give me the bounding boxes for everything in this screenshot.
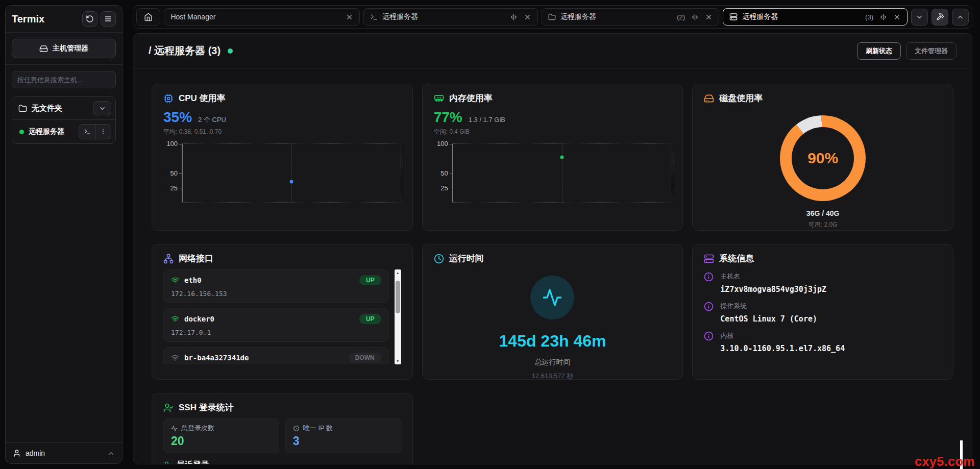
interface-name: eth0	[184, 276, 202, 284]
user-menu[interactable]: admin	[6, 442, 122, 463]
scroll-tabs-right-button[interactable]	[952, 9, 969, 26]
chevron-up-icon	[107, 450, 115, 457]
panel-header: / 远程服务器 (3) 刷新状态 文件管理器	[133, 34, 972, 68]
refresh-status-button[interactable]: 刷新状态	[857, 42, 901, 60]
info-icon	[704, 272, 714, 294]
terminal-icon	[370, 13, 378, 21]
ssh-card-title: SSH 登录统计	[179, 402, 234, 413]
disk-usage-donut: 90%	[780, 115, 866, 201]
tab-bar: Host Manager 远程服务器 远程服务器 (2) 远程服务器 (3)	[133, 5, 972, 29]
tab-label: 远程服务器	[742, 12, 778, 21]
scroll-up-arrow[interactable]: ▲	[395, 271, 401, 275]
cpu-load-average: 平均: 0.38, 0.51, 0.70	[163, 128, 401, 136]
host-manager-button[interactable]: 主机管理器	[12, 39, 116, 58]
hamburger-icon	[104, 15, 112, 23]
split-icon[interactable]	[510, 13, 518, 21]
wifi-icon	[171, 354, 179, 362]
scroll-down-arrow[interactable]: ▼	[395, 359, 401, 363]
cpu-chart: 100 50 25	[163, 143, 401, 203]
system-row: 操作系统 CentOS Linux 7 (Core)	[704, 302, 942, 324]
tab-remote-server-active[interactable]: 远程服务器 (3)	[723, 8, 908, 26]
pin-icon	[293, 425, 300, 432]
disk-card: 磁盘使用率 90% 36G / 40G 可用: 2.0G	[692, 84, 953, 231]
scroll-tabs-left-button[interactable]	[911, 9, 928, 26]
user-check-icon	[163, 403, 174, 413]
folder-header[interactable]: 无文件夹	[12, 97, 115, 119]
memory-chart: 100 50 25	[434, 143, 672, 203]
folder-box: 无文件夹 远程服务器	[12, 96, 116, 144]
chevron-up-icon	[957, 13, 964, 21]
folder-name: 无文件夹	[32, 104, 88, 113]
system-row: 主机名 iZ7xv8mogva854vg30j3jpZ	[704, 272, 942, 294]
wifi-icon	[171, 276, 179, 284]
scrollbar-thumb[interactable]	[396, 281, 400, 313]
folder-icon	[18, 104, 27, 113]
search-input[interactable]	[12, 71, 116, 88]
close-icon[interactable]	[893, 13, 901, 21]
tab-host-manager[interactable]: Host Manager	[164, 8, 360, 26]
wifi-icon	[171, 315, 179, 323]
tab-remote-terminal[interactable]: 远程服务器	[363, 8, 538, 26]
split-icon[interactable]	[879, 13, 887, 21]
host-manager-label: 主机管理器	[53, 44, 88, 53]
system-info-card: 系统信息 主机名 iZ7xv8mogva854vg30j3jpZ 操作系统 Ce…	[692, 244, 953, 380]
watermark: cxy5.com	[915, 454, 975, 469]
terminal-icon	[84, 128, 91, 135]
interface-row: docker0 UP 172.17.0.1	[163, 308, 389, 342]
memory-card: 内存使用率 77% 1.3 / 1.7 GiB 空闲: 0.4 GiB 100 …	[422, 84, 683, 231]
uptime-seconds: 12,613,577 秒	[434, 372, 672, 380]
hammer-icon	[936, 13, 944, 21]
close-icon[interactable]	[705, 13, 713, 21]
info-icon	[704, 302, 714, 324]
system-label: 内核	[720, 331, 845, 340]
close-icon[interactable]	[346, 13, 353, 21]
network-icon	[163, 254, 174, 264]
cpu-gridline	[291, 144, 292, 202]
os-value: CentOS Linux 7 (Core)	[720, 314, 817, 324]
host-status-dot	[19, 130, 24, 134]
tab-label: 远程服务器	[382, 12, 418, 21]
menu-button[interactable]	[101, 11, 116, 27]
host-manager-wrap: 主机管理器	[6, 33, 122, 65]
status-badge: DOWN	[349, 353, 381, 363]
uptime-card: 运行时间 145d 23h 46m 总运行时间 12,613,577 秒	[422, 244, 683, 380]
server-stats-panel: / 远程服务器 (3) 刷新状态 文件管理器 CPU 使用率 35% 2 个 C…	[133, 33, 972, 464]
tab-remote-files[interactable]: 远程服务器 (2)	[542, 8, 719, 26]
memory-icon	[434, 93, 444, 104]
total-logins-stat: 总登录次数 20	[163, 418, 279, 453]
home-icon	[144, 13, 153, 21]
activity-icon-circle	[530, 276, 574, 319]
file-manager-button[interactable]: 文件管理器	[906, 42, 957, 60]
system-label: 操作系统	[720, 302, 817, 311]
unique-ip-value: 3	[293, 434, 394, 448]
server-icon	[729, 13, 738, 21]
interface-scrollbar[interactable]: ▲ ▼	[395, 269, 401, 364]
split-icon[interactable]	[691, 13, 699, 21]
activity-icon	[542, 287, 562, 308]
host-row[interactable]: 远程服务器	[12, 119, 115, 143]
tab-count: (3)	[865, 13, 873, 21]
cpu-card: CPU 使用率 35% 2 个 CPU 平均: 0.38, 0.51, 0.70…	[152, 84, 413, 231]
network-card-title: 网络接口	[179, 253, 213, 264]
hostname-value: iZ7xv8mogva854vg30j3jpZ	[720, 285, 826, 294]
home-tab-button[interactable]	[136, 8, 160, 26]
memory-gridline	[562, 144, 562, 202]
uptime-label: 总运行时间	[434, 358, 672, 367]
status-badge: UP	[359, 314, 381, 324]
tabbar-controls	[911, 9, 969, 26]
memory-plot-area	[452, 143, 672, 203]
system-card-title: 系统信息	[719, 253, 754, 264]
host-more-button[interactable]	[95, 125, 111, 139]
chevron-down-icon	[916, 13, 923, 21]
close-icon[interactable]	[524, 13, 531, 21]
refresh-button[interactable]	[82, 11, 97, 27]
host-terminal-button[interactable]	[79, 125, 95, 139]
search-wrap	[6, 65, 122, 91]
online-status-dot	[228, 48, 233, 54]
admin-tools-button[interactable]	[932, 9, 948, 26]
unique-ip-stat: 唯一 IP 数 3	[285, 418, 401, 453]
folder-collapse-button[interactable]	[93, 101, 111, 115]
clock-icon	[434, 254, 444, 264]
tab-label: 远程服务器	[560, 12, 596, 21]
disk-available-text: 可用: 2.0G	[704, 220, 942, 229]
